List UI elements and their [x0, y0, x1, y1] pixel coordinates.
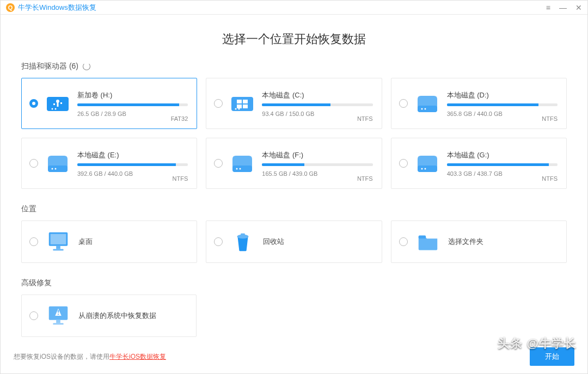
svg-point-18: [52, 168, 53, 170]
locations-label: 位置: [21, 204, 36, 214]
window-controls: ≡ — ✕: [546, 3, 582, 12]
app-logo-icon: Q: [6, 3, 15, 12]
drive-icon: [45, 151, 71, 175]
drive-size: 165.5 GB / 439.0 GB: [262, 170, 372, 177]
refresh-icon[interactable]: [83, 63, 90, 70]
app-name: 牛学长Windows数据恢复: [18, 3, 96, 13]
drive-card-4[interactable]: 本地磁盘 (F:)165.5 GB / 439.0 GBNTFS: [206, 138, 382, 189]
radio-icon[interactable]: [214, 159, 223, 168]
svg-rect-2: [57, 101, 59, 107]
svg-rect-36: [58, 310, 59, 312]
svg-rect-9: [243, 100, 248, 103]
usage-bar: [262, 103, 372, 106]
locations-grid: 桌面回收站选择文件夹: [21, 220, 567, 263]
drive-icon: [414, 91, 440, 115]
svg-point-13: [238, 108, 240, 110]
drive-card-2[interactable]: 本地磁盘 (D:)365.8 GB / 440.0 GBNTFS: [391, 78, 567, 129]
svg-point-22: [240, 168, 241, 170]
drive-card-1[interactable]: 本地磁盘 (C:)93.4 GB / 150.0 GBNTFS: [206, 78, 382, 129]
folder-icon: [415, 230, 440, 254]
drive-filesystem: FAT32: [171, 115, 188, 122]
footer-text: 想要恢复iOS设备的数据，请使用牛学长iOS数据恢复: [14, 352, 166, 361]
drive-card-3[interactable]: 本地磁盘 (E:)392.6 GB / 440.0 GBNTFS: [21, 138, 197, 189]
drive-size: 93.4 GB / 150.0 GB: [262, 111, 372, 117]
svg-rect-29: [53, 249, 63, 250]
radio-icon[interactable]: [399, 99, 408, 108]
usage-bar: [447, 103, 558, 106]
location-card-0[interactable]: 桌面: [21, 220, 197, 263]
radio-icon[interactable]: [214, 237, 223, 246]
minimize-icon[interactable]: —: [559, 3, 567, 12]
location-label: 回收站: [263, 237, 284, 247]
svg-rect-38: [53, 323, 63, 324]
svg-rect-32: [418, 236, 425, 239]
svg-rect-31: [241, 234, 245, 236]
drive-size: 392.6 GB / 440.0 GB: [77, 170, 188, 177]
svg-rect-11: [243, 105, 248, 108]
drive-card-0[interactable]: 新加卷 (H:)26.5 GB / 28.9 GBFAT32: [21, 78, 197, 129]
titlebar: Q 牛学长Windows数据恢复 ≡ — ✕: [1, 1, 587, 15]
drive-size: 365.8 GB / 440.0 GB: [447, 111, 558, 117]
svg-point-6: [55, 108, 57, 110]
drive-name: 新加卷 (H:): [77, 90, 188, 100]
svg-rect-17: [48, 165, 68, 172]
drive-icon: [414, 151, 440, 175]
svg-rect-8: [237, 100, 242, 103]
drive-icon: [229, 151, 255, 175]
svg-point-19: [55, 168, 57, 170]
svg-rect-37: [56, 320, 60, 323]
drive-filesystem: NTFS: [542, 175, 558, 182]
location-card-2[interactable]: 选择文件夹: [391, 220, 567, 263]
drive-name: 本地磁盘 (E:): [77, 150, 188, 160]
drive-filesystem: NTFS: [542, 115, 558, 122]
drive-filesystem: NTFS: [357, 115, 373, 122]
svg-rect-27: [51, 234, 66, 244]
svg-rect-4: [60, 102, 62, 104]
usage-bar: [262, 163, 372, 166]
svg-point-16: [424, 108, 426, 110]
location-label: 桌面: [78, 237, 93, 247]
usage-bar: [77, 163, 188, 166]
locations-section-header: 位置: [21, 204, 567, 214]
advanced-recovery-card[interactable]: 从崩溃的系统中恢复数据: [21, 295, 197, 337]
svg-point-12: [235, 108, 237, 110]
svg-rect-10: [237, 105, 242, 108]
drive-name: 本地磁盘 (D:): [447, 90, 558, 100]
radio-icon[interactable]: [29, 237, 38, 246]
drive-icon: [45, 91, 71, 115]
drives-grid: 新加卷 (H:)26.5 GB / 28.9 GBFAT32本地磁盘 (C:)9…: [21, 78, 567, 189]
crash-monitor-icon: [46, 304, 71, 328]
drive-name: 本地磁盘 (G:): [447, 150, 558, 160]
svg-rect-28: [56, 246, 60, 249]
svg-rect-20: [232, 165, 252, 172]
desktop-icon: [46, 230, 71, 254]
radio-icon[interactable]: [29, 159, 38, 168]
footer: 想要恢复iOS设备的数据，请使用牛学长iOS数据恢复 开始: [14, 347, 574, 366]
page-title: 选择一个位置开始恢复数据: [21, 31, 567, 47]
close-icon[interactable]: ✕: [575, 3, 582, 12]
radio-icon[interactable]: [29, 99, 38, 108]
radio-icon[interactable]: [214, 99, 223, 108]
svg-point-5: [52, 108, 53, 110]
watermark: 头条 @牛学长: [498, 335, 577, 352]
drive-name: 本地磁盘 (F:): [262, 150, 372, 160]
usage-bar: [447, 163, 558, 166]
drives-label: 扫描和驱动器 (6): [21, 62, 78, 71]
menu-icon[interactable]: ≡: [546, 3, 550, 12]
radio-icon[interactable]: [29, 311, 38, 320]
radio-icon[interactable]: [399, 159, 408, 168]
radio-icon[interactable]: [399, 237, 408, 246]
svg-rect-35: [58, 314, 59, 315]
svg-point-24: [421, 168, 422, 170]
ios-recovery-link[interactable]: 牛学长iOS数据恢复: [109, 353, 166, 360]
advanced-recovery-label: 从崩溃的系统中恢复数据: [78, 311, 156, 321]
svg-rect-3: [53, 103, 55, 105]
drives-section-header: 扫描和驱动器 (6): [21, 62, 567, 71]
location-card-1[interactable]: 回收站: [206, 220, 382, 263]
drive-size: 403.3 GB / 438.7 GB: [447, 170, 558, 177]
drive-card-5[interactable]: 本地磁盘 (G:)403.3 GB / 438.7 GBNTFS: [391, 138, 567, 189]
drive-filesystem: NTFS: [173, 175, 188, 182]
trash-icon: [230, 230, 255, 254]
svg-point-21: [236, 168, 238, 170]
svg-rect-23: [418, 165, 437, 172]
